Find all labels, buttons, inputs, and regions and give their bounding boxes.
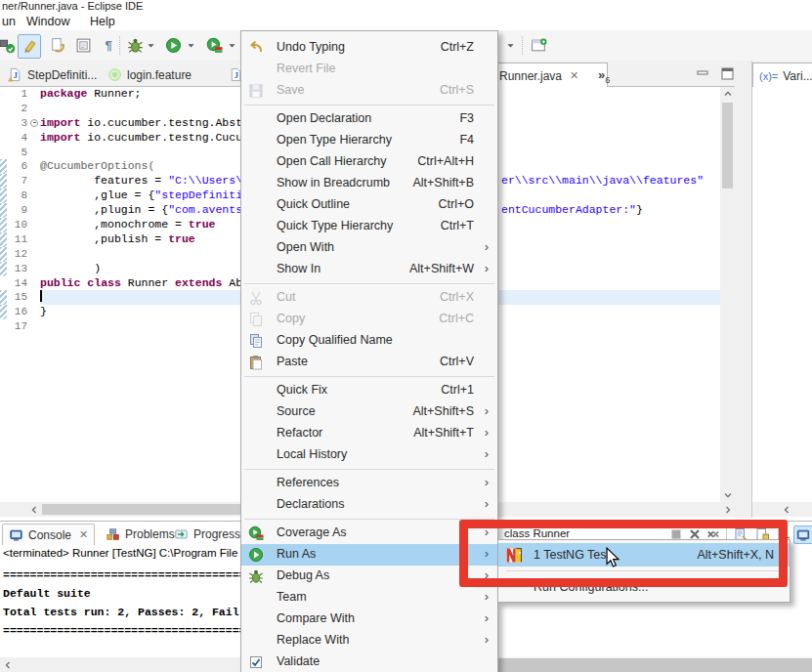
toolbar-separator [119, 36, 121, 55]
pilcrow-icon[interactable]: ¶ [98, 34, 119, 57]
menu-item-shortcut: Ctrl+C [439, 312, 474, 325]
tab-label: Runner.java [499, 69, 562, 83]
no-icon [248, 262, 264, 277]
editor-vscrollbar[interactable] [720, 87, 735, 502]
menu-item-label: Validate [277, 654, 320, 668]
menu-item-replace-with[interactable]: Replace With› [241, 630, 497, 651]
no-icon [248, 447, 264, 463]
menu-separator [241, 373, 497, 380]
menu-item-quick-type-hierarchy[interactable]: Quick Type HierarchyCtrl+T [241, 216, 497, 237]
tab-label: login.feature [127, 68, 192, 82]
mouse-cursor [606, 547, 620, 568]
chevron-down-icon[interactable] [506, 42, 515, 50]
scroll-down-icon[interactable] [720, 488, 735, 502]
tab-overflow-indicator[interactable]: »6 [598, 67, 610, 85]
menu-item-references[interactable]: References› [241, 473, 497, 494]
menu-window[interactable]: Window [26, 15, 69, 28]
menu-item-shortcut: Ctrl+1 [441, 383, 474, 397]
menu-item-open-call-hierarchy[interactable]: Open Call HierarchyCtrl+Alt+H [241, 151, 497, 173]
chevron-down-icon[interactable] [147, 42, 155, 50]
tab-variables[interactable]: (x)= Vari...✕ [752, 63, 812, 88]
menu-separator [241, 102, 497, 108]
scroll-left-icon[interactable] [27, 502, 41, 517]
highlighter-icon[interactable] [18, 34, 41, 59]
menu-item-validate[interactable]: Validate [241, 651, 497, 672]
pin-console-icon[interactable] [793, 525, 812, 544]
scroll-up-icon[interactable] [720, 87, 735, 101]
menu-item-quick-outline[interactable]: Quick OutlineCtrl+O [241, 194, 497, 216]
menu-item-label: Open Call Hierarchy [277, 154, 387, 168]
menu-item-label: Paste [277, 355, 308, 368]
paste-icon [248, 355, 264, 370]
menu-item-source[interactable]: SourceAlt+Shift+S› [241, 401, 497, 423]
close-icon[interactable]: ✕ [79, 528, 88, 541]
title-bar: ner/Runner.java - Eclipse IDE [0, 0, 812, 14]
code-fragment-line-9: entCucumberAdapter:"} [501, 203, 643, 218]
menu-item-save[interactable]: SaveCtrl+S [241, 80, 497, 102]
menu-item-copy-qualified-name[interactable]: Copy Qualified Name [241, 330, 497, 352]
editor-tab-stepdefiniti[interactable]: JStepDefiniti... [2, 63, 111, 86]
menu-item-revert-file[interactable]: Revert File [241, 59, 497, 80]
menu-item-declarations[interactable]: Declarations› [241, 494, 497, 516]
eclipse-window: ner/Runner.java - Eclipse IDE un Window … [0, 0, 812, 672]
variables-hscrollbar[interactable] [752, 502, 812, 517]
menu-item-open-with[interactable]: Open With› [241, 237, 497, 259]
key-icon[interactable] [0, 34, 18, 57]
no-icon [248, 62, 264, 77]
menu-item-shortcut: Alt+Shift+W [409, 262, 474, 275]
chevron-down-icon[interactable] [187, 42, 195, 50]
run-toolbar-icon[interactable] [162, 34, 184, 57]
menu-item-label: Compare With [277, 611, 355, 625]
link-doc-icon[interactable] [47, 34, 68, 57]
no-icon [248, 176, 264, 191]
menu-item-show-in[interactable]: Show InAlt+Shift+W› [241, 259, 497, 280]
menu-item-label: Declarations [277, 497, 344, 511]
scroll-left-icon[interactable] [780, 502, 793, 517]
run-icon [248, 547, 264, 563]
submenu-arrow-icon: › [485, 496, 489, 511]
console-tab-console[interactable]: Console✕ [2, 524, 95, 545]
minimize-icon[interactable] [696, 67, 710, 80]
chevron-down-icon[interactable] [228, 42, 236, 50]
menu-item-shortcut: Alt+Shift+S [412, 404, 474, 418]
menu-item-refactor[interactable]: RefactorAlt+Shift+T› [241, 423, 497, 444]
no-icon [248, 476, 264, 491]
java-file-warning-icon: J [8, 67, 22, 82]
menu-item-label: Run As [277, 547, 316, 561]
editor-tab-login-feature[interactable]: login.feature [102, 63, 233, 86]
frame-doc-icon[interactable] [72, 34, 94, 57]
console-tab-progress[interactable]: Progress [168, 524, 246, 544]
coverage-toolbar-icon[interactable] [203, 34, 225, 57]
scroll-right-icon[interactable] [721, 502, 735, 517]
menu-item-label: References [277, 476, 339, 489]
pin-window-icon[interactable] [528, 34, 549, 57]
menu-run[interactable]: un [2, 15, 16, 28]
close-icon[interactable]: ✕ [570, 69, 578, 82]
toolbar-separator [522, 36, 524, 55]
menu-item-open-type-hierarchy[interactable]: Open Type HierarchyF4 [241, 130, 497, 151]
menu-help[interactable]: Help [90, 15, 115, 28]
fold-collapse-icon[interactable] [30, 119, 38, 127]
menu-item-show-in-breadcrumb[interactable]: Show in BreadcrumbAlt+Shift+B [241, 173, 497, 194]
no-icon [248, 154, 264, 170]
variables-tab-prefix: (x)= [759, 70, 778, 82]
menu-item-shortcut: Ctrl+T [441, 219, 474, 232]
copy-qualified-icon [248, 333, 264, 349]
menu-item-cut[interactable]: CutCtrl+X [241, 287, 497, 309]
scroll-left-icon[interactable] [0, 657, 16, 672]
menu-item-quick-fix[interactable]: Quick FixCtrl+1 [241, 380, 497, 401]
tab-label: StepDefiniti... [27, 68, 97, 82]
debug-toolbar-icon[interactable] [124, 34, 146, 57]
menu-item-undo-typing[interactable]: Undo TypingCtrl+Z [241, 37, 497, 59]
menu-item-copy[interactable]: CopyCtrl+C [241, 309, 497, 330]
menu-item-open-declaration[interactable]: Open DeclarationF3 [241, 108, 497, 130]
menu-item-paste[interactable]: PasteCtrl+V [241, 352, 497, 373]
menu-item-local-history[interactable]: Local History› [241, 444, 497, 466]
menu-item-team[interactable]: Team› [241, 587, 497, 609]
maximize-icon[interactable] [720, 67, 735, 80]
editor-tab-runner-java[interactable]: Runner.java✕ [492, 63, 608, 88]
sash[interactable] [735, 61, 752, 518]
menu-item-shortcut: Ctrl+V [440, 355, 474, 368]
menu-item-shortcut: Ctrl+Alt+H [417, 154, 474, 168]
menu-item-compare-with[interactable]: Compare With› [241, 609, 497, 630]
